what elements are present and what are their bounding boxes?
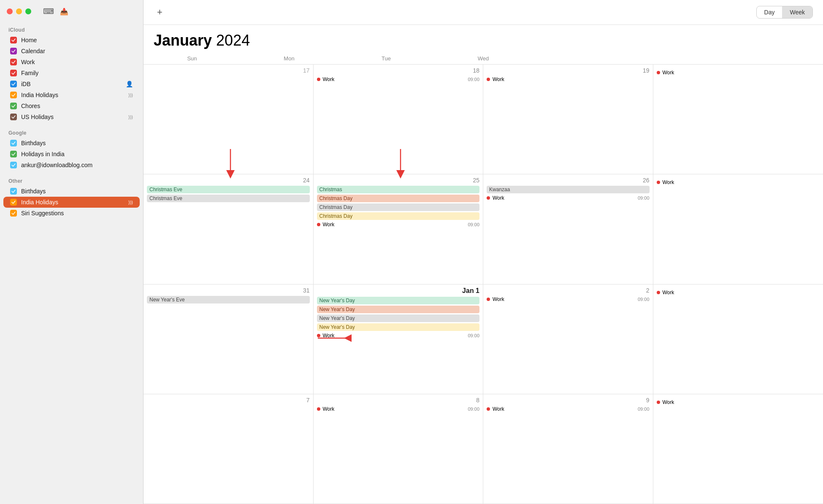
week-view-button[interactable]: Week xyxy=(782,6,812,18)
work-label-jan1: Work xyxy=(323,333,335,339)
idb-checkbox xyxy=(10,81,17,87)
cell-3[interactable]: Work xyxy=(653,285,823,394)
day-view-button[interactable]: Day xyxy=(757,6,782,18)
work-time-2: 09:00 xyxy=(638,297,650,302)
event-work-10[interactable]: Work xyxy=(657,399,820,406)
day-header-mon: Mon xyxy=(241,53,338,64)
sidebar-item-birthdays2[interactable]: Birthdays xyxy=(3,186,140,197)
family-checkbox xyxy=(10,70,17,76)
siri-label: Siri Suggestions xyxy=(21,210,133,217)
cell-17[interactable]: 17 xyxy=(143,65,314,174)
maximize-button[interactable] xyxy=(25,8,31,14)
work-label-27: Work xyxy=(663,179,674,185)
event-work-8[interactable]: Work 09:00 xyxy=(317,406,480,412)
work-time-jan1: 09:00 xyxy=(468,333,479,338)
date-26: 26 xyxy=(487,177,650,184)
work-label-20: Work xyxy=(663,70,674,76)
icloud-section-label: iCloud xyxy=(0,23,143,35)
event-new-years-day-3[interactable]: New Year's Day xyxy=(317,314,480,322)
cell-24[interactable]: 24 Christmas Eve Christmas Eve xyxy=(143,174,314,284)
sidebar-item-home[interactable]: Home xyxy=(3,35,140,46)
event-new-years-day-1[interactable]: New Year's Day xyxy=(317,297,480,304)
date-25: 25 xyxy=(317,177,480,184)
close-button[interactable] xyxy=(7,8,13,14)
work-dot-3 xyxy=(657,291,660,294)
sidebar-item-idb[interactable]: iDB 👤 xyxy=(3,79,140,89)
sidebar-item-calendar[interactable]: Calendar xyxy=(3,46,140,57)
event-work-3[interactable]: Work xyxy=(657,289,820,296)
home-label: Home xyxy=(21,37,133,43)
cell-26[interactable]: 26 Kwanzaa Work 09:00 xyxy=(483,174,653,284)
month-name: January xyxy=(154,32,212,49)
cell-9[interactable]: 9 Work 09:00 xyxy=(483,394,653,504)
cell-31[interactable]: 31 New Year's Eve xyxy=(143,285,314,394)
cell-27[interactable]: Work xyxy=(653,174,823,284)
cell-jan1[interactable]: Jan 1 New Year's Day New Year's Day New … xyxy=(314,285,484,394)
sidebar: ⌨ 📥 iCloud Home Calendar Work Family iDB xyxy=(0,0,143,504)
week-row-2: 24 Christmas Eve Christmas Eve 25 Christ… xyxy=(143,174,823,284)
work-dot-25 xyxy=(317,223,320,226)
sidebar-item-birthdays[interactable]: Birthdays xyxy=(3,138,140,149)
india-holidays-checkbox xyxy=(10,92,17,98)
work-label-26: Work xyxy=(493,195,504,201)
calendar-weeks: 17 18 Work 09:00 19 Work xyxy=(143,65,823,504)
event-work-26[interactable]: Work 09:00 xyxy=(487,195,650,201)
cell-20[interactable]: Work xyxy=(653,65,823,174)
calendar-area: Sun Mon Tue Wed 17 18 Work 09:00 xyxy=(143,53,823,504)
event-work-20[interactable]: Work xyxy=(657,69,820,76)
event-work-2[interactable]: Work 09:00 xyxy=(487,296,650,303)
event-work-27[interactable]: Work xyxy=(657,179,820,186)
event-work-18[interactable]: Work 09:00 xyxy=(317,76,480,83)
sidebar-item-ankur[interactable]: ankur@idownloadblog.com xyxy=(3,160,140,171)
work-label-25: Work xyxy=(323,222,335,228)
date-17: 17 xyxy=(147,67,310,74)
event-new-years-day-4[interactable]: New Year's Day xyxy=(317,323,480,331)
minimize-button[interactable] xyxy=(16,8,22,14)
work-dot-2 xyxy=(487,298,490,301)
event-christmas-eve-2[interactable]: Christmas Eve xyxy=(147,195,310,202)
work-label-2: Work xyxy=(493,296,504,302)
cell-25[interactable]: 25 Christmas Christmas Day Christmas Day… xyxy=(314,174,484,284)
work-time-26: 09:00 xyxy=(638,195,650,201)
cell-19[interactable]: 19 Work xyxy=(483,65,653,174)
sidebar-item-family[interactable]: Family xyxy=(3,68,140,79)
sidebar-item-chores[interactable]: Chores xyxy=(3,100,140,111)
sidebar-item-india-holidays[interactable]: India Holidays ))) xyxy=(3,89,140,100)
work-dot-19 xyxy=(487,78,490,81)
day-header-tue: Tue xyxy=(338,53,435,64)
holidays-india-checkbox xyxy=(10,151,17,157)
cell-7[interactable]: 7 xyxy=(143,394,314,504)
event-christmas-day-1[interactable]: Christmas Day xyxy=(317,195,480,202)
event-work-9[interactable]: Work 09:00 xyxy=(487,406,650,412)
work-label: Work xyxy=(323,76,335,82)
sidebar-item-us-holidays[interactable]: US Holidays ))) xyxy=(3,111,140,122)
birthdays-checkbox xyxy=(10,140,17,146)
event-christmas-eve-1[interactable]: Christmas Eve xyxy=(147,186,310,193)
cell-10[interactable]: Work xyxy=(653,394,823,504)
sidebar-item-work[interactable]: Work xyxy=(3,57,140,68)
work-checkbox xyxy=(10,59,17,65)
sidebar-item-holidays-india[interactable]: Holidays in India xyxy=(3,149,140,160)
sidebar-item-siri[interactable]: Siri Suggestions xyxy=(3,208,140,219)
work-dot xyxy=(317,78,320,81)
cell-2[interactable]: 2 Work 09:00 xyxy=(483,285,653,394)
event-work-jan1[interactable]: Work 09:00 xyxy=(317,332,480,339)
work-label-9: Work xyxy=(493,406,504,412)
sidebar-item-india-holidays2[interactable]: India Holidays ))) xyxy=(3,197,140,208)
keyboard-icon: ⌨ xyxy=(43,7,54,16)
us-holidays-badge: ))) xyxy=(128,114,133,119)
event-christmas[interactable]: Christmas xyxy=(317,186,480,193)
ankur-label: ankur@idownloadblog.com xyxy=(21,162,133,168)
event-work-19[interactable]: Work xyxy=(487,76,650,83)
event-new-years-day-2[interactable]: New Year's Day xyxy=(317,306,480,313)
cell-18[interactable]: 18 Work 09:00 xyxy=(314,65,484,174)
event-work-25[interactable]: Work 09:00 xyxy=(317,221,480,228)
birthdays-label: Birthdays xyxy=(21,140,133,146)
add-event-button[interactable]: + xyxy=(154,5,166,19)
window-controls: ⌨ 📥 xyxy=(0,7,143,23)
cell-8[interactable]: 8 Work 09:00 xyxy=(314,394,484,504)
event-christmas-day-3[interactable]: Christmas Day xyxy=(317,212,480,220)
event-new-years-eve[interactable]: New Year's Eve xyxy=(147,296,310,303)
event-christmas-day-2[interactable]: Christmas Day xyxy=(317,203,480,211)
event-kwanzaa[interactable]: Kwanzaa xyxy=(487,186,650,193)
